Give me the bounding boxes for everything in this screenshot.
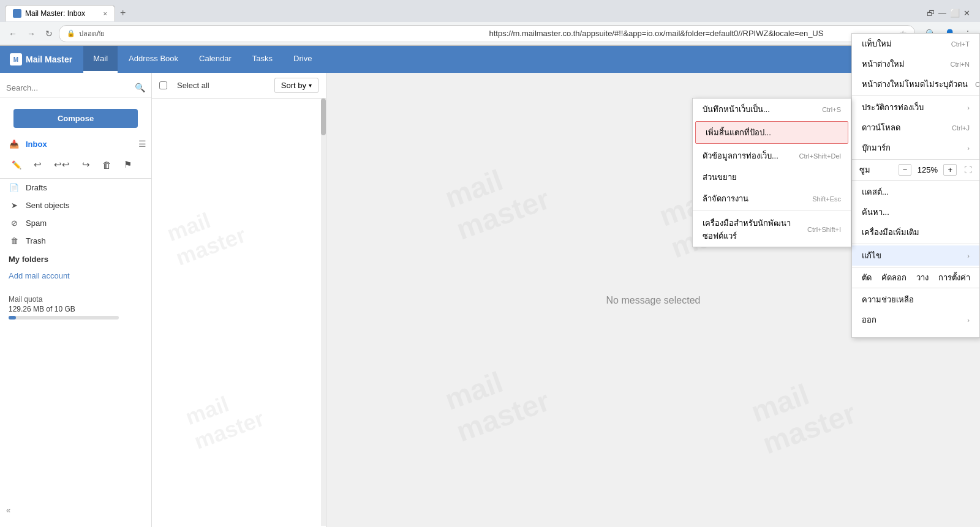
new-tab-button[interactable]: +: [115, 5, 130, 21]
ctx-print[interactable]: แคสต์...: [852, 182, 979, 202]
compose-action-button[interactable]: ✏️: [7, 157, 26, 173]
navigation-bar: ← → ↻ 🔒 ปลอดภัย https://m.mailmaster.co.…: [0, 22, 980, 45]
select-all-checkbox[interactable]: [159, 81, 167, 89]
quota-section: Mail quota 129.26 MB of 10 GB: [0, 290, 151, 324]
zoom-in-button[interactable]: +: [943, 164, 957, 176]
trash-label: Trash: [26, 236, 46, 245]
quota-bar-background: [9, 316, 119, 320]
address-bar[interactable]: 🔒 ปลอดภัย https://m.mailmaster.co.th/app…: [59, 25, 915, 42]
tab-bar: Mail Master: Inbox × + 🗗 — ⬜ ✕: [0, 0, 980, 22]
ctx-more-tools[interactable]: แก้ไข ›: [852, 245, 979, 266]
nav-tab-calendar[interactable]: Calendar: [189, 46, 241, 73]
forward-button[interactable]: ↪: [78, 156, 94, 173]
inner-context-menu: บันทึกหน้าเว็บเป็น... Ctrl+S เพิ่มสิ้นแต…: [692, 98, 851, 247]
sidebar-item-spam[interactable]: ⊘ Spam: [0, 214, 151, 232]
right-context-menu: แท็บใหม่ Ctrl+T หน้าต่างใหม่ Ctrl+N หน้า…: [851, 33, 980, 338]
nav-tab-address-book[interactable]: Address Book: [119, 46, 188, 73]
reply-button[interactable]: ↩: [29, 156, 46, 173]
spam-label: Spam: [26, 219, 47, 228]
sidebar-item-sent[interactable]: ➤ Sent objects: [0, 196, 151, 214]
compose-button[interactable]: Compose: [13, 109, 138, 128]
search-button[interactable]: 🔍: [135, 83, 145, 92]
sidebar-item-trash[interactable]: 🗑 Trash: [0, 232, 151, 250]
watermark-7: mailmaster: [747, 364, 861, 460]
mail-toolbar: ✏️ ↩ ↩↩ ↪ 🗑 ⚑: [0, 151, 151, 179]
ctx-exit[interactable]: [852, 330, 979, 337]
scroll-track[interactable]: [321, 99, 326, 526]
ctx-cut[interactable]: คัดลอก: [881, 271, 907, 284]
active-tab[interactable]: Mail Master: Inbox ×: [5, 5, 115, 21]
spam-icon: ⊘: [9, 219, 20, 228]
ctx-inner-extensions[interactable]: ส่วนขยาย: [693, 166, 851, 188]
message-list: mailmaster mailmaster: [152, 99, 326, 526]
flag-button[interactable]: ⚑: [119, 156, 136, 173]
app-logo: M Mail Master: [10, 53, 72, 65]
nav-tab-tasks[interactable]: Tasks: [243, 46, 282, 73]
address-url[interactable]: https://m.mailmaster.co.th/appsuite/#!!&…: [489, 29, 896, 38]
ctx-inner-save-page[interactable]: บันทึกหน้าเว็บเป็น... Ctrl+S: [693, 99, 851, 120]
app-logo-text: Mail Master: [26, 54, 72, 64]
ctx-copy[interactable]: วาง: [916, 271, 929, 284]
ctx-new-window[interactable]: หน้าต่างใหม่ Ctrl+N: [852, 54, 979, 74]
sent-icon: ➤: [9, 201, 20, 210]
sidebar-item-drafts[interactable]: 📄 Drafts: [0, 179, 151, 196]
ctx-incognito[interactable]: หน้าต่างใหม่โหมดไม่ระบุตัวตน Ctrl+Shift+…: [852, 74, 979, 94]
ctx-inner-clear-data[interactable]: ดัวข้อมูลการท่องเว็บ... Ctrl+Shift+Del: [693, 145, 851, 166]
close-window-button[interactable]: ✕: [963, 9, 970, 18]
inbox-label: Inbox: [26, 140, 47, 149]
sidebar: 🔍 Compose 📥 Inbox ☰ ✏️ ↩ ↩↩ ↪ 🗑 ⚑ 📄 Draf…: [0, 73, 152, 527]
sent-label: Sent objects: [26, 201, 70, 210]
search-bar: 🔍: [0, 78, 151, 98]
refresh-button[interactable]: ↻: [42, 26, 56, 41]
ctx-downloads[interactable]: ดาวน์โหลด Ctrl+J: [852, 118, 979, 138]
restore-button[interactable]: 🗗: [927, 9, 935, 18]
zoom-out-button[interactable]: −: [899, 164, 912, 176]
scroll-thumb[interactable]: [321, 99, 326, 135]
watermark-1: mailmaster: [164, 198, 249, 271]
app-bar: M Mail Master Mail Address Book Calendar…: [0, 46, 980, 73]
maximize-button[interactable]: ⬜: [950, 9, 960, 18]
ctx-paste[interactable]: การตั้งค่า: [938, 271, 970, 284]
quota-value: 129.26 MB of 10 GB: [9, 305, 143, 313]
back-button[interactable]: ←: [5, 26, 21, 41]
watermark-6: mailmaster: [440, 352, 554, 448]
ctx-cast[interactable]: ค้นหา...: [852, 202, 979, 222]
ctx-edit[interactable]: ตัด: [862, 271, 872, 284]
search-input[interactable]: [6, 83, 131, 92]
ctx-edit-group: ตัด คัดลอก วาง การตั้งค่า: [852, 269, 979, 286]
ctx-inner-add-shortcut[interactable]: เพิ่มสิ้นแตกที่ป้อป...: [695, 121, 848, 144]
ctx-history[interactable]: ประวัติการท่องเว็บ ›: [852, 97, 979, 118]
trash-icon: 🗑: [9, 236, 20, 245]
sort-by-button[interactable]: Sort by ▾: [274, 78, 318, 93]
list-panel: Select all Sort by ▾ mailmaster mailmast…: [152, 73, 326, 527]
nav-tab-drive[interactable]: Drive: [284, 46, 322, 73]
tab-close-button[interactable]: ×: [104, 10, 107, 17]
forward-button[interactable]: →: [23, 26, 39, 41]
select-all-label: Select all: [177, 81, 209, 90]
inbox-icon: 📥: [9, 140, 20, 149]
delete-button[interactable]: 🗑: [98, 157, 116, 173]
ctx-inner-devtools[interactable]: เครื่องมือสำหรับนักพัฒนาซอฟต์แวร์ Ctrl+S…: [693, 212, 851, 247]
inbox-row[interactable]: 📥 Inbox ☰: [0, 136, 151, 151]
lock-icon: 🔒: [67, 29, 75, 37]
minimize-button[interactable]: —: [938, 9, 946, 18]
reply-all-button[interactable]: ↩↩: [50, 156, 74, 173]
watermark-3: mailmaster: [440, 150, 554, 246]
collapse-sidebar-button[interactable]: «: [6, 506, 10, 515]
add-mail-account[interactable]: Add mail account: [0, 266, 151, 285]
inbox-menu-icon[interactable]: ☰: [138, 139, 146, 149]
my-folders-section: My folders: [0, 250, 151, 266]
fullscreen-icon[interactable]: ⛶: [964, 165, 972, 174]
ctx-inner-task-manager[interactable]: ล้าจัดการงาน Shift+Esc: [693, 188, 851, 209]
no-message-label: No message selected: [606, 295, 701, 306]
drafts-icon: 📄: [9, 183, 20, 192]
list-toolbar: Select all Sort by ▾: [152, 73, 326, 99]
ctx-find[interactable]: เครื่องมือเพิ่มเติม: [852, 222, 979, 242]
ctx-help[interactable]: ออก ›: [852, 310, 979, 330]
ctx-settings[interactable]: ความช่วยเหลือ: [852, 290, 979, 310]
zoom-value: 125%: [915, 165, 940, 174]
ctx-zoom-row: ซูม − 125% + ⛶: [852, 161, 979, 179]
ctx-new-tab[interactable]: แท็บใหม่ Ctrl+T: [852, 34, 979, 54]
ctx-bookmarks[interactable]: บุ๊กมาร์ก ›: [852, 138, 979, 158]
nav-tab-mail[interactable]: Mail: [83, 46, 118, 73]
